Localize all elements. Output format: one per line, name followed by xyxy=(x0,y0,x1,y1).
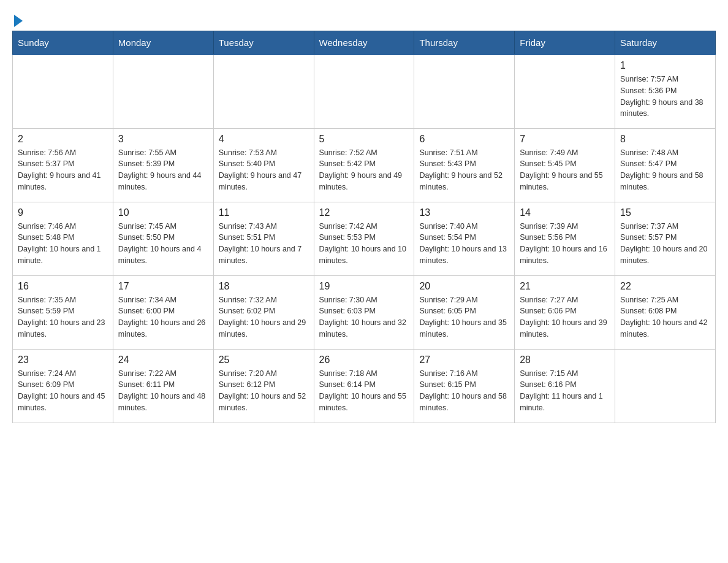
day-number: 17 xyxy=(118,281,208,292)
logo-arrow-icon xyxy=(14,15,23,27)
day-info: Sunrise: 7:25 AM Sunset: 6:08 PM Dayligh… xyxy=(620,294,710,340)
calendar-cell: 2Sunrise: 7:56 AM Sunset: 5:37 PM Daylig… xyxy=(13,128,113,202)
day-info: Sunrise: 7:56 AM Sunset: 5:37 PM Dayligh… xyxy=(18,147,108,193)
calendar-cell: 1Sunrise: 7:57 AM Sunset: 5:36 PM Daylig… xyxy=(615,55,716,128)
day-info: Sunrise: 7:48 AM Sunset: 5:47 PM Dayligh… xyxy=(620,147,710,193)
day-number: 18 xyxy=(219,281,309,292)
day-info: Sunrise: 7:15 AM Sunset: 6:16 PM Dayligh… xyxy=(520,368,610,414)
day-number: 22 xyxy=(620,281,710,292)
calendar-cell xyxy=(213,55,314,128)
day-number: 25 xyxy=(219,354,309,366)
calendar-cell: 5Sunrise: 7:52 AM Sunset: 5:42 PM Daylig… xyxy=(314,128,414,202)
calendar-cell: 15Sunrise: 7:37 AM Sunset: 5:57 PM Dayli… xyxy=(615,202,716,275)
day-number: 10 xyxy=(118,207,208,218)
week-row-2: 2Sunrise: 7:56 AM Sunset: 5:37 PM Daylig… xyxy=(13,128,716,202)
day-number: 19 xyxy=(319,281,409,292)
day-number: 6 xyxy=(419,134,509,145)
day-info: Sunrise: 7:52 AM Sunset: 5:42 PM Dayligh… xyxy=(319,147,409,193)
day-info: Sunrise: 7:32 AM Sunset: 6:02 PM Dayligh… xyxy=(219,294,309,340)
calendar-cell: 12Sunrise: 7:42 AM Sunset: 5:53 PM Dayli… xyxy=(314,202,414,275)
calendar-cell: 19Sunrise: 7:30 AM Sunset: 6:03 PM Dayli… xyxy=(314,275,414,349)
calendar-cell: 21Sunrise: 7:27 AM Sunset: 6:06 PM Dayli… xyxy=(515,275,615,349)
day-number: 23 xyxy=(18,354,108,366)
day-number: 26 xyxy=(319,354,409,366)
day-info: Sunrise: 7:27 AM Sunset: 6:06 PM Dayligh… xyxy=(520,294,610,340)
calendar-cell: 25Sunrise: 7:20 AM Sunset: 6:12 PM Dayli… xyxy=(213,349,314,423)
calendar-cell: 16Sunrise: 7:35 AM Sunset: 5:59 PM Dayli… xyxy=(13,275,113,349)
day-info: Sunrise: 7:42 AM Sunset: 5:53 PM Dayligh… xyxy=(319,221,409,267)
day-info: Sunrise: 7:45 AM Sunset: 5:50 PM Dayligh… xyxy=(118,221,208,267)
calendar-cell: 14Sunrise: 7:39 AM Sunset: 5:56 PM Dayli… xyxy=(515,202,615,275)
logo xyxy=(12,12,23,25)
calendar-cell: 6Sunrise: 7:51 AM Sunset: 5:43 PM Daylig… xyxy=(414,128,515,202)
week-row-3: 9Sunrise: 7:46 AM Sunset: 5:48 PM Daylig… xyxy=(13,202,716,275)
day-info: Sunrise: 7:49 AM Sunset: 5:45 PM Dayligh… xyxy=(520,147,610,193)
week-row-4: 16Sunrise: 7:35 AM Sunset: 5:59 PM Dayli… xyxy=(13,275,716,349)
calendar-cell: 9Sunrise: 7:46 AM Sunset: 5:48 PM Daylig… xyxy=(13,202,113,275)
day-info: Sunrise: 7:40 AM Sunset: 5:54 PM Dayligh… xyxy=(419,221,509,267)
calendar-cell: 13Sunrise: 7:40 AM Sunset: 5:54 PM Dayli… xyxy=(414,202,515,275)
calendar-cell: 27Sunrise: 7:16 AM Sunset: 6:15 PM Dayli… xyxy=(414,349,515,423)
day-number: 5 xyxy=(319,134,409,145)
day-header-tuesday: Tuesday xyxy=(213,31,314,55)
day-header-wednesday: Wednesday xyxy=(314,31,414,55)
day-info: Sunrise: 7:53 AM Sunset: 5:40 PM Dayligh… xyxy=(219,147,309,193)
calendar-cell: 7Sunrise: 7:49 AM Sunset: 5:45 PM Daylig… xyxy=(515,128,615,202)
day-header-sunday: Sunday xyxy=(13,31,113,55)
calendar-cell xyxy=(113,55,213,128)
day-number: 13 xyxy=(419,207,509,218)
day-number: 27 xyxy=(419,354,509,366)
calendar-cell: 20Sunrise: 7:29 AM Sunset: 6:05 PM Dayli… xyxy=(414,275,515,349)
day-info: Sunrise: 7:24 AM Sunset: 6:09 PM Dayligh… xyxy=(18,368,108,414)
day-header-monday: Monday xyxy=(113,31,213,55)
day-number: 4 xyxy=(219,134,309,145)
day-number: 12 xyxy=(319,207,409,218)
day-number: 8 xyxy=(620,134,710,145)
calendar-cell: 22Sunrise: 7:25 AM Sunset: 6:08 PM Dayli… xyxy=(615,275,716,349)
day-info: Sunrise: 7:55 AM Sunset: 5:39 PM Dayligh… xyxy=(118,147,208,193)
day-info: Sunrise: 7:43 AM Sunset: 5:51 PM Dayligh… xyxy=(219,221,309,267)
day-number: 3 xyxy=(118,134,208,145)
calendar-cell xyxy=(515,55,615,128)
calendar-cell: 10Sunrise: 7:45 AM Sunset: 5:50 PM Dayli… xyxy=(113,202,213,275)
calendar-cell xyxy=(13,55,113,128)
day-info: Sunrise: 7:51 AM Sunset: 5:43 PM Dayligh… xyxy=(419,147,509,193)
week-row-1: 1Sunrise: 7:57 AM Sunset: 5:36 PM Daylig… xyxy=(13,55,716,128)
calendar-cell: 11Sunrise: 7:43 AM Sunset: 5:51 PM Dayli… xyxy=(213,202,314,275)
day-header-friday: Friday xyxy=(515,31,615,55)
day-number: 14 xyxy=(520,207,610,218)
day-info: Sunrise: 7:16 AM Sunset: 6:15 PM Dayligh… xyxy=(419,368,509,414)
day-number: 15 xyxy=(620,207,710,218)
day-info: Sunrise: 7:29 AM Sunset: 6:05 PM Dayligh… xyxy=(419,294,509,340)
day-number: 9 xyxy=(18,207,108,218)
calendar-header-row: SundayMondayTuesdayWednesdayThursdayFrid… xyxy=(13,31,716,55)
day-info: Sunrise: 7:18 AM Sunset: 6:14 PM Dayligh… xyxy=(319,368,409,414)
page-header xyxy=(12,12,716,25)
day-number: 16 xyxy=(18,281,108,292)
calendar-cell xyxy=(414,55,515,128)
calendar-cell: 26Sunrise: 7:18 AM Sunset: 6:14 PM Dayli… xyxy=(314,349,414,423)
day-number: 2 xyxy=(18,134,108,145)
day-info: Sunrise: 7:20 AM Sunset: 6:12 PM Dayligh… xyxy=(219,368,309,414)
calendar-cell: 24Sunrise: 7:22 AM Sunset: 6:11 PM Dayli… xyxy=(113,349,213,423)
day-info: Sunrise: 7:46 AM Sunset: 5:48 PM Dayligh… xyxy=(18,221,108,267)
day-number: 28 xyxy=(520,354,610,366)
day-number: 24 xyxy=(118,354,208,366)
calendar-cell: 23Sunrise: 7:24 AM Sunset: 6:09 PM Dayli… xyxy=(13,349,113,423)
day-info: Sunrise: 7:39 AM Sunset: 5:56 PM Dayligh… xyxy=(520,221,610,267)
day-info: Sunrise: 7:30 AM Sunset: 6:03 PM Dayligh… xyxy=(319,294,409,340)
day-info: Sunrise: 7:57 AM Sunset: 5:36 PM Dayligh… xyxy=(620,74,710,120)
calendar-cell: 28Sunrise: 7:15 AM Sunset: 6:16 PM Dayli… xyxy=(515,349,615,423)
calendar-cell: 8Sunrise: 7:48 AM Sunset: 5:47 PM Daylig… xyxy=(615,128,716,202)
day-number: 21 xyxy=(520,281,610,292)
day-header-thursday: Thursday xyxy=(414,31,515,55)
day-info: Sunrise: 7:22 AM Sunset: 6:11 PM Dayligh… xyxy=(118,368,208,414)
day-info: Sunrise: 7:34 AM Sunset: 6:00 PM Dayligh… xyxy=(118,294,208,340)
calendar-cell: 18Sunrise: 7:32 AM Sunset: 6:02 PM Dayli… xyxy=(213,275,314,349)
week-row-5: 23Sunrise: 7:24 AM Sunset: 6:09 PM Dayli… xyxy=(13,349,716,423)
calendar-cell xyxy=(615,349,716,423)
day-number: 1 xyxy=(620,60,710,71)
day-header-saturday: Saturday xyxy=(615,31,716,55)
calendar-cell: 17Sunrise: 7:34 AM Sunset: 6:00 PM Dayli… xyxy=(113,275,213,349)
calendar-cell: 4Sunrise: 7:53 AM Sunset: 5:40 PM Daylig… xyxy=(213,128,314,202)
